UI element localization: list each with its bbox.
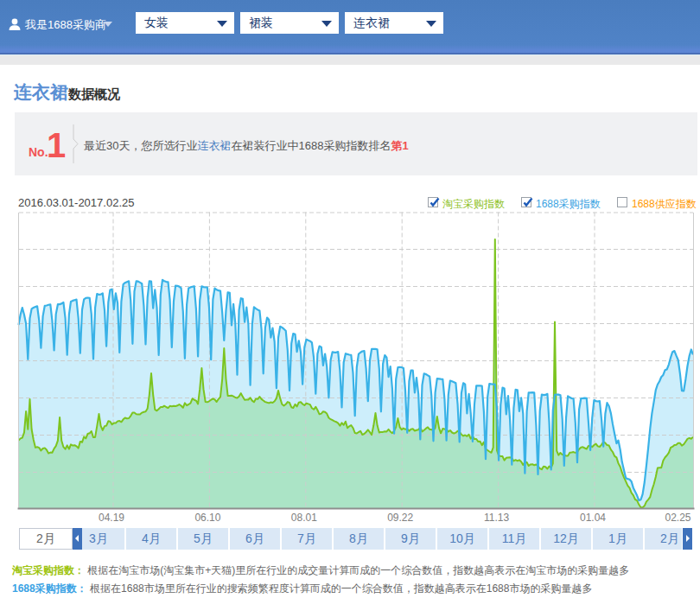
svg-text:08.01: 08.01: [291, 512, 317, 524]
svg-text:01.04: 01.04: [580, 512, 606, 524]
svg-text:09.22: 09.22: [387, 512, 413, 524]
svg-text:06.10: 06.10: [194, 512, 220, 524]
svg-text:04.19: 04.19: [99, 512, 124, 524]
svg-text:02.25: 02.25: [665, 512, 690, 524]
svg-text:11.13: 11.13: [484, 512, 509, 524]
